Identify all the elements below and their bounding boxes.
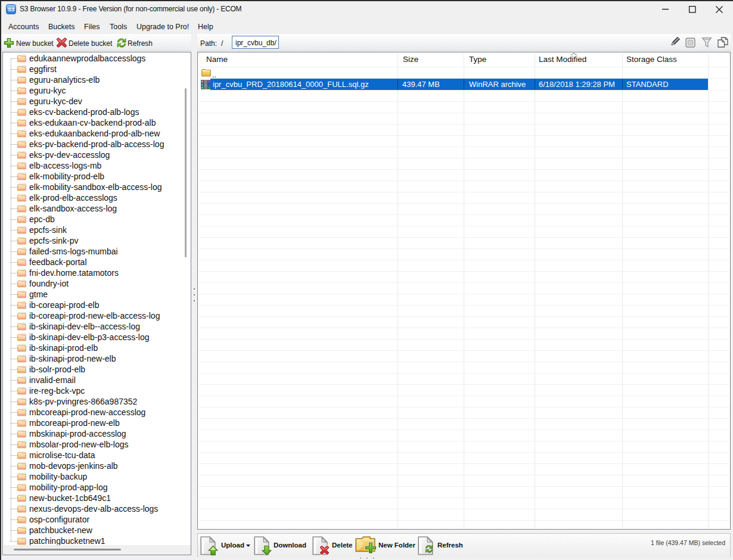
svg-text:S3: S3 bbox=[8, 7, 14, 13]
